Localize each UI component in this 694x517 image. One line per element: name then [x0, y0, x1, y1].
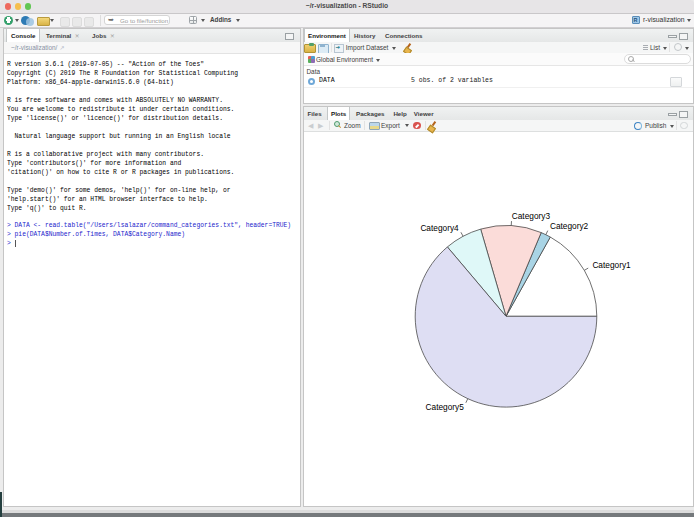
svg-text:Category2: Category2 [550, 221, 589, 231]
svg-text:Category1: Category1 [592, 260, 631, 270]
svg-text:Category3: Category3 [512, 211, 551, 221]
svg-text:Category4: Category4 [420, 223, 459, 233]
svg-text:Category5: Category5 [426, 402, 465, 412]
